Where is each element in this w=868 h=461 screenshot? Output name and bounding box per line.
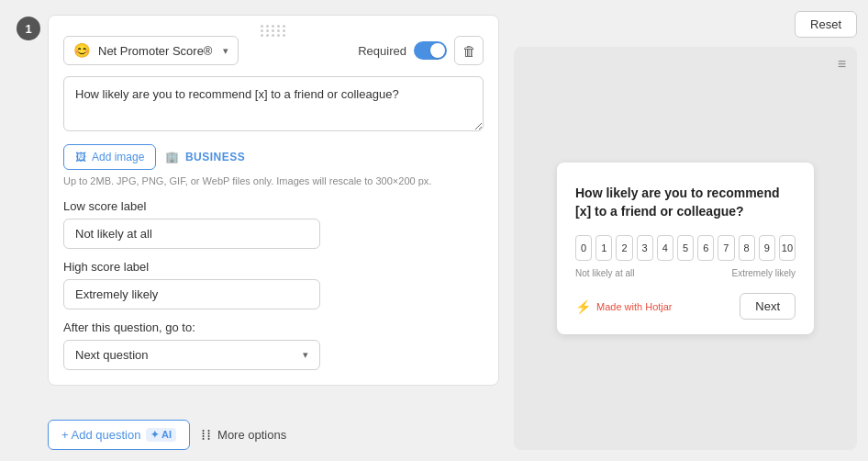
nps-labels: Not likely at all Extremely likely	[575, 268, 796, 278]
file-hint: Up to 2MB. JPG, PNG, GIF, or WebP files …	[63, 175, 484, 186]
question-textarea[interactable]: How likely are you to recommend [x] to a…	[63, 76, 484, 131]
ai-badge: ✦ AI	[146, 428, 176, 442]
nps-5[interactable]: 5	[677, 235, 694, 261]
nps-6[interactable]: 6	[697, 235, 714, 261]
preview-window: ≡ How likely are you to recommend [x] to…	[514, 47, 857, 450]
nps-0[interactable]: 0	[575, 235, 592, 261]
next-button[interactable]: Next	[740, 293, 796, 320]
nps-low-label: Not likely at all	[575, 268, 634, 278]
add-image-button[interactable]: 🖼 Add image	[63, 144, 156, 170]
survey-question: How likely are you to recommend [x] to a…	[575, 185, 796, 220]
goto-select[interactable]: Next question ▾	[63, 340, 320, 370]
hotjar-branding[interactable]: ⚡ Made with Hotjar	[575, 299, 673, 314]
more-options-dots-icon: ⁞⁞	[201, 426, 212, 444]
required-row: Required 🗑	[358, 36, 484, 65]
nps-3[interactable]: 3	[637, 235, 653, 261]
goto-label: After this question, go to:	[63, 320, 484, 334]
preview-top-bar: Reset	[514, 11, 857, 38]
image-icon: 🖼	[75, 151, 86, 163]
nps-2[interactable]: 2	[616, 235, 632, 261]
nps-scale: 0 1 2 3 4 5 6 7 8 9 10	[575, 235, 796, 261]
menu-icon[interactable]: ≡	[838, 56, 846, 73]
hotjar-text: Made with Hotjar	[596, 301, 673, 312]
survey-card: How likely are you to recommend [x] to a…	[557, 163, 814, 334]
business-button[interactable]: 🏢 BUSINESS	[165, 151, 245, 163]
chevron-down-icon: ▾	[223, 45, 228, 57]
editor-panel: 😊 Net Promoter Score® ▾ Required 🗑 How l…	[0, 0, 514, 461]
delete-button[interactable]: 🗑	[454, 36, 484, 65]
nps-1[interactable]: 1	[595, 235, 612, 261]
drag-handle[interactable]	[261, 25, 286, 37]
low-score-input[interactable]	[63, 219, 320, 249]
low-score-title: Low score label	[63, 199, 484, 213]
high-score-title: High score label	[63, 260, 484, 274]
high-score-input[interactable]	[63, 279, 320, 309]
survey-footer: ⚡ Made with Hotjar Next	[575, 293, 796, 320]
nps-7[interactable]: 7	[718, 235, 734, 261]
step-badge: 1	[17, 17, 40, 40]
goto-section: After this question, go to: Next questio…	[63, 320, 484, 370]
nps-9[interactable]: 9	[759, 235, 775, 261]
goto-value: Next question	[75, 348, 149, 362]
question-type-row: 😊 Net Promoter Score® ▾ Required 🗑	[63, 36, 484, 65]
hotjar-logo-icon: ⚡	[575, 299, 591, 314]
required-toggle[interactable]	[414, 41, 447, 60]
add-question-button[interactable]: + Add question ✦ AI	[48, 420, 190, 450]
nps-10[interactable]: 10	[779, 235, 796, 261]
preview-panel: Reset ≡ How likely are you to recommend …	[514, 0, 868, 461]
bottom-bar: + Add question ✦ AI ⁞⁞ More options	[48, 409, 286, 461]
high-score-section: High score label	[63, 260, 484, 309]
nps-high-label: Extremely likely	[732, 268, 796, 278]
nps-icon: 😊	[73, 42, 91, 59]
more-options-label: More options	[217, 428, 286, 442]
nps-4[interactable]: 4	[657, 235, 673, 261]
action-row: 🖼 Add image 🏢 BUSINESS	[63, 144, 484, 170]
add-question-label: + Add question	[61, 428, 140, 442]
reset-button[interactable]: Reset	[795, 11, 857, 38]
more-options-button[interactable]: ⁞⁞ More options	[201, 426, 286, 444]
nps-8[interactable]: 8	[739, 235, 755, 261]
building-icon: 🏢	[165, 151, 180, 163]
question-type-label: Net Promoter Score®	[98, 44, 212, 58]
required-label: Required	[358, 44, 406, 58]
goto-chevron-icon: ▾	[303, 349, 308, 361]
question-type-select[interactable]: 😊 Net Promoter Score® ▾	[63, 36, 239, 65]
question-card: 😊 Net Promoter Score® ▾ Required 🗑 How l…	[48, 15, 499, 386]
low-score-section: Low score label	[63, 199, 484, 249]
